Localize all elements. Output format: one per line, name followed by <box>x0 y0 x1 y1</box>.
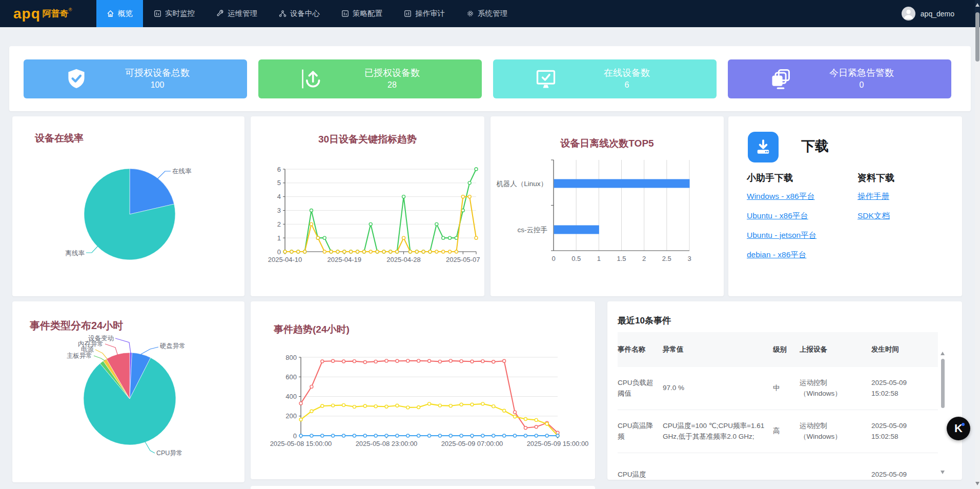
stat-card-label: 在线设备数 <box>558 67 696 79</box>
nav-item-overview[interactable]: 概览 <box>96 0 143 27</box>
nav-item-policy[interactable]: 策略配置 <box>331 0 393 27</box>
svg-text:200: 200 <box>285 412 297 420</box>
svg-text:2025-05-07: 2025-05-07 <box>446 256 480 263</box>
svg-text:2025-04-28: 2025-04-28 <box>386 256 421 263</box>
stat-card-text: 在线设备数 6 <box>558 67 696 91</box>
panel-event-trend: 事件趋势(24小时) 02004006008002025-05-08 15:00… <box>251 301 595 479</box>
svg-text:CPU异常: CPU异常 <box>156 450 182 457</box>
nav-item-label: 操作审计 <box>415 9 445 18</box>
page-scrollbar[interactable] <box>975 0 980 489</box>
stat-card-total-licensable[interactable]: 可授权设备总数 100 <box>24 59 247 98</box>
download-link-manual[interactable]: 操作手册 <box>858 191 894 202</box>
scrollbar-up-icon[interactable] <box>975 3 979 7</box>
svg-text:0: 0 <box>552 255 555 262</box>
cell-level: 中 <box>773 378 800 399</box>
username: apq_demo <box>921 10 954 18</box>
stat-card-online[interactable]: 在线设备数 6 <box>493 59 717 98</box>
svg-text:在线率: 在线率 <box>172 168 192 175</box>
cell-device: 运动控制（Windows） <box>800 373 871 404</box>
avatar <box>902 7 915 21</box>
main-nav: 概览 实时监控 运维管理 设备中心 策略配置 <box>96 0 518 27</box>
svg-text:3: 3 <box>687 255 691 262</box>
copy-docs-icon <box>769 67 792 91</box>
scroll-down-icon[interactable] <box>941 471 945 474</box>
nav-item-audit[interactable]: 操作审计 <box>393 0 456 27</box>
svg-text:400: 400 <box>285 393 297 400</box>
table-row[interactable]: CPU温度 2025-05-09 <box>618 453 938 480</box>
event-type-pie-chart: 设备变动内存异常电源主板异常硬盘异常CPU异常 <box>12 301 244 484</box>
download-link-ubuntu-jetson[interactable]: Ubuntu - jetson平台 <box>747 230 816 241</box>
registered-mark: ® <box>69 7 72 12</box>
svg-text:5: 5 <box>277 179 281 187</box>
cell-device: 运动控制（Windows） <box>800 416 871 447</box>
nav-item-ops[interactable]: 运维管理 <box>206 0 268 27</box>
top-navbar: apq 阿普奇 ® 概览 实时监控 运维管理 设备中心 <box>0 0 980 27</box>
monitor-panel-icon <box>154 10 161 17</box>
recent-events-title: 最近10条事件 <box>618 315 671 327</box>
table-header-row: 事件名称 异常值 级别 上报设备 发生时间 <box>618 332 938 367</box>
brand-text-cn: 阿普奇 <box>43 8 69 19</box>
col-header-device: 上报设备 <box>800 337 871 362</box>
assistant-download-column: 小助手下载 Windows - x86平台 Ubuntu - x86平台 Ubu… <box>747 172 816 269</box>
panel-download: 下载 小助手下载 Windows - x86平台 Ubuntu - x86平台 … <box>728 116 962 296</box>
download-link-ubuntu-x86[interactable]: Ubuntu - x86平台 <box>747 211 816 221</box>
svg-text:1: 1 <box>277 234 281 242</box>
stat-card-label: 已授权设备数 <box>323 67 461 79</box>
online-rate-pie-chart: 在线率离线率 <box>12 116 244 298</box>
nav-item-devices[interactable]: 设备中心 <box>268 0 331 27</box>
stat-card-text: 可授权设备总数 100 <box>88 67 227 91</box>
svg-text:2.5: 2.5 <box>662 255 671 262</box>
svg-text:0: 0 <box>293 432 297 440</box>
stat-card-alerts[interactable]: 今日紧急告警数 0 <box>728 59 951 98</box>
col-header-time: 发生时间 <box>871 337 933 362</box>
svg-text:2025-05-08 15:00:00: 2025-05-08 15:00:00 <box>270 440 332 447</box>
nav-item-system[interactable]: 系统管理 <box>456 0 518 27</box>
cell-abnormal-value: 97.0 % <box>663 378 773 399</box>
download-link-debian-x86[interactable]: debian - x86平台 <box>747 250 816 260</box>
nav-item-label: 运维管理 <box>228 9 257 18</box>
wrench-icon <box>216 10 224 17</box>
svg-text:6: 6 <box>277 166 281 173</box>
cell-abnormal-value: CPU温度=100 ℃;CPU频率=1.61 GHz,低于其基准频率2.0 GH… <box>663 416 773 447</box>
svg-text:4: 4 <box>277 193 281 200</box>
offline-top5-bar-chart: 00.511.522.53机器人（Linux）cs-云控手 <box>491 116 724 298</box>
table-scrollbar[interactable] <box>941 341 945 476</box>
download-link-sdk-doc[interactable]: SDK文档 <box>858 211 894 221</box>
stat-card-licensed[interactable]: 已授权设备数 28 <box>258 59 482 98</box>
table-row[interactable]: CPU负载超阈值 97.0 % 中 运动控制（Windows） 2025-05-… <box>618 367 938 410</box>
col-header-abnormal-value: 异常值 <box>663 337 773 362</box>
stat-card-label: 可授权设备总数 <box>88 67 227 79</box>
cell-time: 2025-05-09 <box>871 464 933 480</box>
nav-item-realtime[interactable]: 实时监控 <box>143 0 206 27</box>
panel-event-type-distribution: 事件类型分布24小时 设备变动内存异常电源主板异常硬盘异常CPU异常 <box>12 301 244 482</box>
table-scrollbar-thumb[interactable] <box>941 359 945 408</box>
nav-item-label: 系统管理 <box>478 9 507 18</box>
cell-event-name: CPU高温降频 <box>618 416 663 447</box>
svg-text:1: 1 <box>597 255 601 262</box>
col-header-event-name: 事件名称 <box>618 337 663 362</box>
download-link-windows-x86[interactable]: Windows - x86平台 <box>747 191 816 202</box>
stat-card-text: 已授权设备数 28 <box>323 67 461 91</box>
svg-text:800: 800 <box>285 354 297 361</box>
page-scrollbar-thumb[interactable] <box>975 12 979 62</box>
stat-card-value: 100 <box>88 79 227 91</box>
scrollbar-down-icon[interactable] <box>975 482 979 485</box>
docs-download-column: 资料下载 操作手册 SDK文档 <box>858 172 894 230</box>
next-panel-peek <box>251 486 595 489</box>
svg-text:2025-04-10: 2025-04-10 <box>268 256 302 263</box>
shield-check-icon <box>65 67 88 91</box>
brand-logo[interactable]: apq 阿普奇 ® <box>13 0 72 27</box>
support-widget-button[interactable]: K <box>947 417 970 440</box>
svg-text:3: 3 <box>277 207 281 214</box>
download-tile-button[interactable] <box>748 132 779 162</box>
scroll-up-icon[interactable] <box>941 352 945 355</box>
svg-text:600: 600 <box>285 373 297 381</box>
cell-time: 2025-05-09 15:02:58 <box>871 416 933 447</box>
nav-item-label: 策略配置 <box>353 9 382 18</box>
user-menu[interactable]: apq_demo <box>902 0 954 27</box>
svg-text:2: 2 <box>277 220 281 228</box>
table-row[interactable]: CPU高温降频 CPU温度=100 ℃;CPU频率=1.61 GHz,低于其基准… <box>618 410 938 453</box>
download-title: 下载 <box>801 137 829 155</box>
svg-text:2: 2 <box>642 255 646 262</box>
notification-dot <box>962 423 965 426</box>
